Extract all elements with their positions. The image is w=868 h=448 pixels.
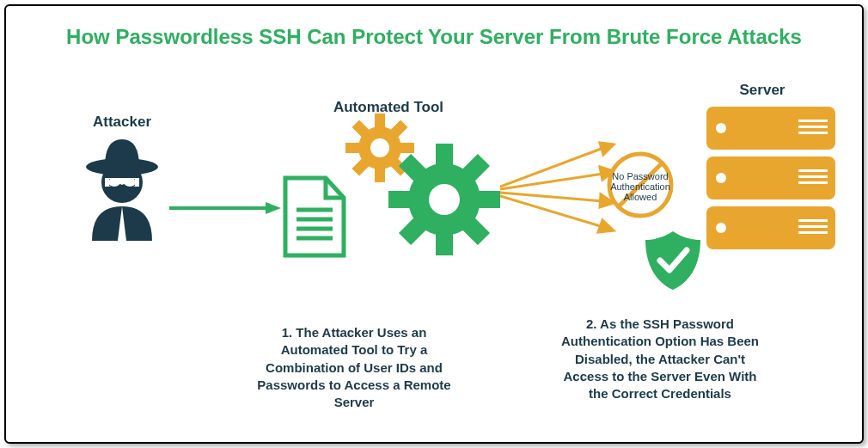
svg-rect-22 <box>436 144 453 166</box>
svg-point-30 <box>429 184 460 215</box>
step2-caption: 2. As the SSH Password Authentication Op… <box>556 316 764 402</box>
diagram-frame: How Passwordless SSH Can Protect Your Se… <box>4 4 864 444</box>
svg-rect-46 <box>798 126 828 128</box>
server-label: Server <box>719 82 805 99</box>
document-icon <box>281 174 348 260</box>
svg-rect-12 <box>375 114 385 127</box>
svg-rect-45 <box>798 120 828 122</box>
svg-rect-55 <box>798 231 828 234</box>
svg-rect-54 <box>798 225 828 228</box>
nopass-label: No Password Authentication Allowed <box>608 171 673 202</box>
attack-arrows <box>500 139 620 238</box>
svg-rect-53 <box>798 219 828 222</box>
svg-rect-14 <box>345 143 359 153</box>
svg-rect-51 <box>798 181 828 184</box>
svg-point-44 <box>716 123 726 133</box>
shield-check-icon <box>642 228 704 293</box>
arrow-attacker-to-tool <box>169 199 281 217</box>
attacker-icon <box>75 131 169 242</box>
svg-point-4 <box>124 178 136 187</box>
svg-point-52 <box>716 223 726 233</box>
attacker-label: Attacker <box>83 114 161 131</box>
diagram-title: How Passwordless SSH Can Protect Your Se… <box>6 25 862 49</box>
svg-marker-38 <box>598 220 614 232</box>
svg-point-48 <box>716 173 726 183</box>
svg-marker-6 <box>266 202 281 214</box>
svg-rect-24 <box>388 191 411 208</box>
svg-rect-47 <box>798 132 828 134</box>
svg-point-3 <box>108 178 120 187</box>
svg-rect-25 <box>478 191 500 208</box>
svg-rect-13 <box>375 169 385 182</box>
svg-rect-49 <box>798 169 828 172</box>
svg-point-20 <box>370 138 389 157</box>
step1-caption: 1. The Attacker Uses an Automated Tool t… <box>255 324 453 411</box>
svg-rect-50 <box>798 175 828 178</box>
svg-rect-23 <box>436 233 453 255</box>
server-stack-icon <box>702 102 840 257</box>
gear-large-icon <box>388 144 500 255</box>
